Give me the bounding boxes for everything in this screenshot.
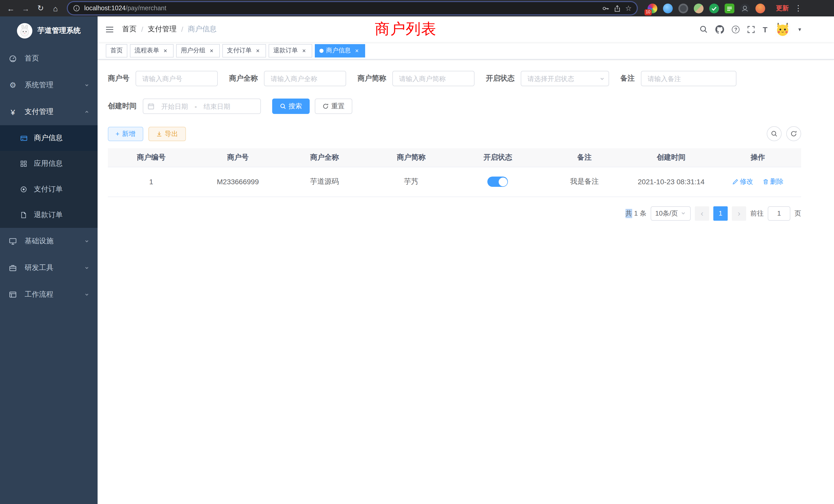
- short-name-input[interactable]: [392, 71, 475, 86]
- col-merchant-id: 商户编号: [108, 148, 195, 167]
- export-button[interactable]: 导出: [148, 127, 185, 141]
- breadcrumb-home[interactable]: 首页: [122, 25, 137, 34]
- tab-process-form[interactable]: 流程表单×: [130, 44, 174, 57]
- user-avatar[interactable]: [775, 22, 791, 37]
- url-text[interactable]: localhost:1024/pay/merchant: [84, 5, 167, 12]
- sidebar-menu: 首页 ⚙ 系统管理 ¥ 支付管理: [0, 45, 97, 308]
- sidebar-item-app-info[interactable]: 应用信息: [0, 151, 97, 177]
- refresh-table-button[interactable]: [786, 126, 801, 141]
- reload-button[interactable]: ↻: [34, 2, 47, 15]
- sidebar-item-merchant-info[interactable]: 商户信息: [0, 125, 97, 151]
- bookmark-star-icon[interactable]: ☆: [625, 4, 632, 12]
- merchant-table: 商户编号 商户号 商户全称 商户简称 开启状态 备注 创建时间 操作 1: [108, 148, 801, 197]
- col-actions: 操作: [715, 148, 802, 167]
- tab-user-group[interactable]: 用户分组×: [176, 44, 220, 57]
- next-page-button[interactable]: ›: [732, 206, 746, 221]
- close-icon[interactable]: ×: [254, 47, 261, 54]
- extension-icon-4[interactable]: [694, 3, 704, 13]
- extension-icon-5[interactable]: [709, 3, 719, 13]
- sidebar-toggle-icon[interactable]: [105, 25, 114, 33]
- breadcrumb-payment[interactable]: 支付管理: [148, 25, 177, 34]
- workflow-icon: [8, 291, 18, 299]
- navbar-actions: ? T ▾: [700, 22, 801, 37]
- tab-refund-order[interactable]: 退款订单×: [269, 44, 312, 57]
- form-item-merchant-no: 商户号: [108, 71, 218, 86]
- close-icon[interactable]: ×: [301, 47, 308, 54]
- app-logo[interactable]: 芋道管理系统: [0, 17, 97, 45]
- full-name-input[interactable]: [264, 71, 346, 86]
- sidebar-item-pay-order[interactable]: 支付订单: [0, 177, 97, 202]
- goto-page-input[interactable]: [768, 206, 790, 221]
- monitor-icon: [8, 237, 18, 245]
- back-button[interactable]: ←: [4, 2, 18, 15]
- col-create-time: 创建时间: [628, 148, 715, 167]
- edit-link[interactable]: 修改: [732, 177, 753, 186]
- delete-link[interactable]: 删除: [762, 177, 784, 186]
- chevron-up-icon: [84, 109, 89, 114]
- status-select[interactable]: [521, 71, 609, 86]
- download-icon: [156, 131, 162, 137]
- status-toggle[interactable]: [488, 177, 508, 187]
- cell-actions: 修改 删除: [715, 167, 802, 197]
- sidebar-item-infra[interactable]: 基础设施: [0, 228, 97, 255]
- page-1-button[interactable]: 1: [713, 206, 728, 221]
- refresh-icon: [323, 103, 329, 109]
- forward-button[interactable]: →: [19, 2, 32, 15]
- search-icon[interactable]: [700, 25, 708, 33]
- logo-avatar: [17, 23, 32, 39]
- share-icon[interactable]: [614, 4, 621, 12]
- home-button[interactable]: ⌂: [49, 2, 62, 15]
- col-remark: 备注: [541, 148, 628, 167]
- reset-button[interactable]: 重置: [315, 98, 352, 114]
- toggle-search-button[interactable]: [767, 126, 782, 141]
- fullscreen-icon[interactable]: [747, 25, 755, 33]
- col-merchant-no: 商户号: [195, 148, 281, 167]
- goto-label: 前往: [750, 209, 764, 218]
- sidebar-item-home[interactable]: 首页: [0, 45, 97, 72]
- profile-avatar-icon[interactable]: [755, 3, 765, 13]
- sidebar-item-devtools[interactable]: 研发工具: [0, 255, 97, 281]
- add-button[interactable]: + 新增: [108, 127, 143, 141]
- extension-icon-2[interactable]: [663, 3, 673, 13]
- sidebar-item-system[interactable]: ⚙ 系统管理: [0, 72, 97, 98]
- cell-full-name: 芋道源码: [281, 167, 368, 197]
- close-icon[interactable]: ×: [353, 47, 360, 54]
- form-item-create-time: 创建时间 -: [108, 98, 261, 114]
- extension-icon-3[interactable]: [678, 3, 688, 13]
- top-navbar: 首页 / 支付管理 / 商户信息 商户列表 ?: [97, 17, 834, 42]
- sidebar-item-payment[interactable]: ¥ 支付管理: [0, 98, 97, 125]
- search-form-row-1: 商户号 商户全称 商户简称 开启状态: [108, 71, 801, 86]
- extension-icon-6[interactable]: [725, 3, 734, 13]
- end-date-input[interactable]: [198, 102, 236, 110]
- remark-input[interactable]: [641, 71, 737, 86]
- extension-icon-7[interactable]: [740, 3, 750, 13]
- prev-page-button[interactable]: ‹: [695, 206, 709, 221]
- tags-view-bar: 首页 流程表单× 用户分组× 支付订单× 退款订单× 商户信息×: [97, 42, 834, 60]
- start-date-input[interactable]: [156, 102, 193, 110]
- browser-update-chip[interactable]: 更新: [776, 4, 789, 13]
- tab-merchant-info[interactable]: 商户信息×: [315, 44, 365, 57]
- font-size-icon[interactable]: T: [763, 25, 768, 33]
- address-bar[interactable]: localhost:1024/pay/merchant ☆: [68, 2, 637, 14]
- search-button[interactable]: 搜索: [272, 98, 310, 114]
- sidebar-item-refund-order[interactable]: 退款订单: [0, 202, 97, 228]
- password-key-icon[interactable]: [602, 4, 610, 12]
- sidebar-item-workflow[interactable]: 工作流程: [0, 281, 97, 308]
- page-content: 商户号 商户全称 商户简称 开启状态: [97, 60, 834, 504]
- tab-pay-order[interactable]: 支付订单×: [222, 44, 266, 57]
- close-icon[interactable]: ×: [208, 47, 215, 54]
- cell-create-time: 2021-10-23 08:31:14: [628, 167, 715, 197]
- date-range-picker[interactable]: -: [143, 98, 261, 114]
- payment-submenu: 商户信息 应用信息 支付订单: [0, 125, 97, 228]
- help-icon[interactable]: ?: [732, 25, 740, 33]
- close-icon[interactable]: ×: [162, 47, 169, 54]
- tab-home[interactable]: 首页: [106, 44, 127, 57]
- extension-icon-1[interactable]: 10: [648, 3, 657, 13]
- page-size-select[interactable]: 10条/页: [651, 206, 691, 221]
- caret-down-icon[interactable]: ▾: [798, 26, 801, 32]
- browser-menu-icon[interactable]: ⋮: [794, 4, 802, 13]
- merchant-no-input[interactable]: [136, 71, 218, 86]
- github-icon[interactable]: [716, 25, 724, 33]
- chevron-down-icon: [84, 239, 89, 244]
- site-info-icon[interactable]: [73, 5, 80, 12]
